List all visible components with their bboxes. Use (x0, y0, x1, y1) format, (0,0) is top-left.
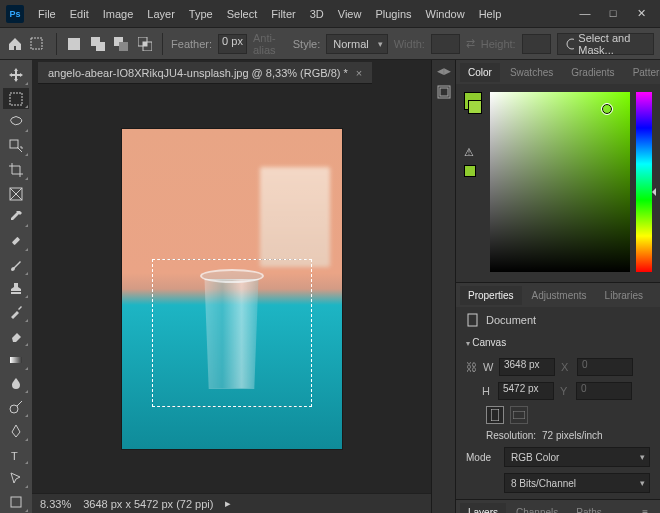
panel-menu-icon[interactable]: ≡ (653, 286, 660, 305)
gradient-tool-icon[interactable] (3, 349, 29, 371)
canvas[interactable] (32, 84, 431, 493)
tool-preset-icon[interactable] (30, 32, 48, 56)
hue-indicator[interactable] (652, 188, 656, 196)
shape-tool-icon[interactable] (3, 491, 29, 513)
menu-help[interactable]: Help (473, 4, 508, 24)
color-mode-select[interactable]: RGB Color (504, 447, 650, 467)
blur-tool-icon[interactable] (3, 373, 29, 395)
feather-input[interactable]: 0 px (218, 34, 247, 54)
frame-tool-icon[interactable] (3, 183, 29, 205)
hue-slider[interactable] (636, 92, 652, 272)
canvas-section[interactable]: Canvas (466, 333, 650, 352)
menu-file[interactable]: File (32, 4, 62, 24)
canvas-height-input[interactable]: 5472 px (498, 382, 554, 400)
menu-layer[interactable]: Layer (141, 4, 181, 24)
close-tab-icon[interactable]: × (356, 67, 362, 79)
saturation-value-picker[interactable] (490, 92, 630, 272)
bit-depth-select[interactable]: 8 Bits/Channel (504, 473, 650, 493)
history-brush-tool-icon[interactable] (3, 301, 29, 323)
width-label: Width: (394, 38, 425, 50)
panel-menu-icon[interactable]: ≡ (634, 503, 656, 514)
svg-point-9 (567, 39, 575, 49)
canvas-y-input: 0 (576, 382, 632, 400)
tab-channels[interactable]: Channels (508, 503, 566, 514)
right-panels: Color Swatches Gradients Patterns ≡ ⚠ (455, 60, 660, 513)
link-icon[interactable]: ⛓ (466, 361, 477, 373)
move-tool-icon[interactable] (3, 64, 29, 86)
minimize-button[interactable]: — (578, 7, 592, 20)
menubar: File Edit Image Layer Type Select Filter… (32, 4, 507, 24)
brush-tool-icon[interactable] (3, 254, 29, 276)
menu-window[interactable]: Window (420, 4, 471, 24)
color-cursor[interactable] (602, 104, 612, 114)
document-icon (466, 313, 480, 327)
menu-3d[interactable]: 3D (304, 4, 330, 24)
width-label: W (483, 361, 493, 373)
chevron-right-icon[interactable]: ▸ (225, 497, 231, 510)
svg-rect-20 (468, 314, 477, 326)
menu-image[interactable]: Image (97, 4, 140, 24)
zoom-level[interactable]: 8.33% (40, 498, 71, 510)
crop-tool-icon[interactable] (3, 159, 29, 181)
document-tab[interactable]: angelo-abear-IO8XRikqJU4-unsplash.jpg @ … (38, 62, 372, 84)
expand-panels-icon[interactable]: ◀▶ (437, 66, 451, 76)
pen-tool-icon[interactable] (3, 420, 29, 442)
marquee-selection[interactable] (152, 259, 312, 407)
new-selection-icon[interactable] (65, 32, 83, 56)
tab-patterns[interactable]: Patterns (625, 63, 660, 82)
tab-paths[interactable]: Paths (568, 503, 610, 514)
menu-plugins[interactable]: Plugins (369, 4, 417, 24)
select-and-mask-button[interactable]: Select and Mask... (557, 33, 655, 55)
intersect-selection-icon[interactable] (136, 32, 154, 56)
tab-color[interactable]: Color (460, 63, 500, 82)
subtract-selection-icon[interactable] (113, 32, 131, 56)
type-tool-icon[interactable]: T (3, 444, 29, 466)
resolution-value[interactable]: 72 pixels/inch (542, 430, 603, 441)
tab-layers[interactable]: Layers (460, 503, 506, 514)
svg-rect-1 (68, 38, 80, 50)
svg-rect-0 (31, 38, 42, 49)
svg-rect-13 (12, 237, 20, 245)
menu-type[interactable]: Type (183, 4, 219, 24)
svg-rect-5 (119, 42, 128, 51)
eyedropper-tool-icon[interactable] (3, 206, 29, 228)
path-tool-icon[interactable] (3, 467, 29, 489)
selection-tool-icon[interactable] (3, 135, 29, 157)
height-input (522, 34, 551, 54)
marquee-tool-icon[interactable] (3, 88, 29, 110)
stamp-tool-icon[interactable] (3, 278, 29, 300)
heal-tool-icon[interactable] (3, 230, 29, 252)
style-select[interactable]: Normal (326, 34, 387, 54)
eraser-tool-icon[interactable] (3, 325, 29, 347)
canvas-width-input[interactable]: 3648 px (499, 358, 555, 376)
background-color[interactable] (468, 100, 482, 114)
menu-select[interactable]: Select (221, 4, 264, 24)
tab-adjustments[interactable]: Adjustments (524, 286, 595, 305)
orientation-portrait-icon[interactable] (486, 406, 504, 424)
gamut-warning-icon[interactable]: ⚠ (464, 146, 484, 159)
lasso-tool-icon[interactable] (3, 111, 29, 133)
history-panel-icon[interactable] (436, 84, 452, 100)
menu-filter[interactable]: Filter (265, 4, 301, 24)
svg-rect-10 (10, 93, 22, 105)
tab-swatches[interactable]: Swatches (502, 63, 561, 82)
document-image (122, 129, 342, 449)
canvas-x-input: 0 (577, 358, 633, 376)
properties-title: Document (486, 314, 536, 326)
svg-rect-14 (10, 357, 22, 363)
tab-properties[interactable]: Properties (460, 286, 522, 305)
layers-panel: Layers Channels Paths ≡ (456, 500, 660, 513)
close-button[interactable]: ✕ (634, 7, 648, 20)
gamut-color[interactable] (464, 165, 476, 177)
collapsed-panels: ◀▶ (431, 60, 455, 513)
svg-text:T: T (11, 450, 18, 462)
add-selection-icon[interactable] (89, 32, 107, 56)
tab-gradients[interactable]: Gradients (563, 63, 622, 82)
maximize-button[interactable]: □ (606, 7, 620, 20)
tab-libraries[interactable]: Libraries (597, 286, 651, 305)
home-icon[interactable] (6, 32, 24, 56)
dodge-tool-icon[interactable] (3, 396, 29, 418)
menu-edit[interactable]: Edit (64, 4, 95, 24)
menu-view[interactable]: View (332, 4, 368, 24)
orientation-landscape-icon[interactable] (510, 406, 528, 424)
